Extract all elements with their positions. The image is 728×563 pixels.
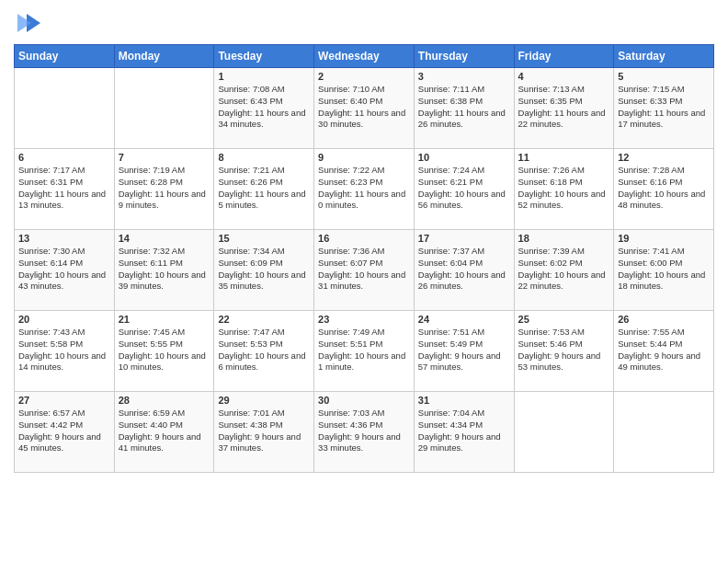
day-number: 2 <box>318 71 410 82</box>
day-cell: 30Sunrise: 7:03 AM Sunset: 4:36 PM Dayli… <box>314 392 415 473</box>
day-info: Sunrise: 7:34 AM Sunset: 6:09 PM Dayligh… <box>218 246 310 293</box>
day-cell: 26Sunrise: 7:55 AM Sunset: 5:44 PM Dayli… <box>614 311 714 392</box>
day-cell: 28Sunrise: 6:59 AM Sunset: 4:40 PM Dayli… <box>114 392 214 473</box>
day-cell: 22Sunrise: 7:47 AM Sunset: 5:53 PM Dayli… <box>214 311 314 392</box>
day-cell: 8Sunrise: 7:21 AM Sunset: 6:26 PM Daylig… <box>214 149 314 230</box>
weekday-sunday: Sunday <box>15 45 115 68</box>
day-info: Sunrise: 7:45 AM Sunset: 5:55 PM Dayligh… <box>119 327 210 373</box>
day-info: Sunrise: 7:32 AM Sunset: 6:11 PM Dayligh… <box>119 246 210 293</box>
day-number: 1 <box>218 71 310 82</box>
day-cell: 3Sunrise: 7:11 AM Sunset: 6:38 PM Daylig… <box>414 68 514 149</box>
day-cell <box>514 392 614 473</box>
day-number: 14 <box>119 233 210 244</box>
day-cell: 17Sunrise: 7:37 AM Sunset: 6:04 PM Dayli… <box>414 230 514 311</box>
page: SundayMondayTuesdayWednesdayThursdayFrid… <box>0 0 728 563</box>
day-number: 23 <box>318 314 410 325</box>
day-cell: 29Sunrise: 7:01 AM Sunset: 4:38 PM Dayli… <box>214 392 314 473</box>
day-number: 12 <box>618 152 710 163</box>
day-cell: 10Sunrise: 7:24 AM Sunset: 6:21 PM Dayli… <box>414 149 514 230</box>
day-number: 22 <box>218 314 310 325</box>
calendar-body: 1Sunrise: 7:08 AM Sunset: 6:43 PM Daylig… <box>15 68 714 473</box>
day-number: 29 <box>218 395 310 406</box>
day-info: Sunrise: 7:08 AM Sunset: 6:43 PM Dayligh… <box>218 84 310 131</box>
day-cell <box>114 68 214 149</box>
day-number: 25 <box>518 314 610 325</box>
day-cell: 19Sunrise: 7:41 AM Sunset: 6:00 PM Dayli… <box>614 230 714 311</box>
day-number: 4 <box>518 71 610 82</box>
day-cell: 16Sunrise: 7:36 AM Sunset: 6:07 PM Dayli… <box>314 230 415 311</box>
day-cell: 14Sunrise: 7:32 AM Sunset: 6:11 PM Dayli… <box>114 230 214 311</box>
day-info: Sunrise: 7:04 AM Sunset: 4:34 PM Dayligh… <box>418 408 510 454</box>
weekday-monday: Monday <box>114 45 214 68</box>
day-number: 7 <box>119 152 210 163</box>
day-cell: 6Sunrise: 7:17 AM Sunset: 6:31 PM Daylig… <box>15 149 115 230</box>
day-info: Sunrise: 7:36 AM Sunset: 6:07 PM Dayligh… <box>318 246 410 293</box>
day-number: 10 <box>418 152 510 163</box>
day-cell: 11Sunrise: 7:26 AM Sunset: 6:18 PM Dayli… <box>514 149 614 230</box>
day-info: Sunrise: 7:19 AM Sunset: 6:28 PM Dayligh… <box>119 165 210 212</box>
week-row-1: 1Sunrise: 7:08 AM Sunset: 6:43 PM Daylig… <box>15 68 714 149</box>
day-cell: 4Sunrise: 7:13 AM Sunset: 6:35 PM Daylig… <box>514 68 614 149</box>
day-number: 17 <box>418 233 510 244</box>
day-cell: 1Sunrise: 7:08 AM Sunset: 6:43 PM Daylig… <box>214 68 314 149</box>
day-cell: 15Sunrise: 7:34 AM Sunset: 6:09 PM Dayli… <box>214 230 314 311</box>
day-number: 13 <box>18 233 110 244</box>
day-info: Sunrise: 7:15 AM Sunset: 6:33 PM Dayligh… <box>618 84 710 131</box>
day-info: Sunrise: 7:37 AM Sunset: 6:04 PM Dayligh… <box>418 246 510 293</box>
weekday-saturday: Saturday <box>614 45 714 68</box>
day-number: 19 <box>618 233 710 244</box>
day-number: 28 <box>119 395 210 406</box>
day-cell: 27Sunrise: 6:57 AM Sunset: 4:42 PM Dayli… <box>15 392 115 473</box>
day-number: 15 <box>218 233 310 244</box>
week-row-2: 6Sunrise: 7:17 AM Sunset: 6:31 PM Daylig… <box>15 149 714 230</box>
logo <box>14 9 45 37</box>
day-cell <box>614 392 714 473</box>
day-number: 26 <box>618 314 710 325</box>
day-number: 6 <box>18 152 110 163</box>
day-info: Sunrise: 7:01 AM Sunset: 4:38 PM Dayligh… <box>218 408 310 454</box>
day-number: 30 <box>318 395 410 406</box>
day-cell: 23Sunrise: 7:49 AM Sunset: 5:51 PM Dayli… <box>314 311 415 392</box>
day-cell: 21Sunrise: 7:45 AM Sunset: 5:55 PM Dayli… <box>114 311 214 392</box>
day-number: 24 <box>418 314 510 325</box>
day-cell: 5Sunrise: 7:15 AM Sunset: 6:33 PM Daylig… <box>614 68 714 149</box>
day-cell: 20Sunrise: 7:43 AM Sunset: 5:58 PM Dayli… <box>15 311 115 392</box>
calendar: SundayMondayTuesdayWednesdayThursdayFrid… <box>14 44 714 473</box>
day-info: Sunrise: 7:49 AM Sunset: 5:51 PM Dayligh… <box>318 327 410 373</box>
day-cell: 12Sunrise: 7:28 AM Sunset: 6:16 PM Dayli… <box>614 149 714 230</box>
day-info: Sunrise: 7:03 AM Sunset: 4:36 PM Dayligh… <box>318 408 410 454</box>
week-row-3: 13Sunrise: 7:30 AM Sunset: 6:14 PM Dayli… <box>15 230 714 311</box>
day-info: Sunrise: 7:21 AM Sunset: 6:26 PM Dayligh… <box>218 165 310 212</box>
calendar-header: SundayMondayTuesdayWednesdayThursdayFrid… <box>15 45 714 68</box>
day-cell: 13Sunrise: 7:30 AM Sunset: 6:14 PM Dayli… <box>15 230 115 311</box>
day-cell: 24Sunrise: 7:51 AM Sunset: 5:49 PM Dayli… <box>414 311 514 392</box>
day-number: 8 <box>218 152 310 163</box>
day-info: Sunrise: 7:26 AM Sunset: 6:18 PM Dayligh… <box>518 165 610 212</box>
day-number: 20 <box>18 314 110 325</box>
day-info: Sunrise: 7:39 AM Sunset: 6:02 PM Dayligh… <box>518 246 610 293</box>
day-number: 21 <box>119 314 210 325</box>
weekday-tuesday: Tuesday <box>214 45 314 68</box>
day-cell: 2Sunrise: 7:10 AM Sunset: 6:40 PM Daylig… <box>314 68 415 149</box>
week-row-5: 27Sunrise: 6:57 AM Sunset: 4:42 PM Dayli… <box>15 392 714 473</box>
day-info: Sunrise: 7:43 AM Sunset: 5:58 PM Dayligh… <box>18 327 110 373</box>
day-info: Sunrise: 6:59 AM Sunset: 4:40 PM Dayligh… <box>119 408 210 454</box>
logo-icon <box>17 9 45 37</box>
day-number: 27 <box>18 395 110 406</box>
day-info: Sunrise: 7:41 AM Sunset: 6:00 PM Dayligh… <box>618 246 710 293</box>
day-info: Sunrise: 7:47 AM Sunset: 5:53 PM Dayligh… <box>218 327 310 373</box>
day-cell: 18Sunrise: 7:39 AM Sunset: 6:02 PM Dayli… <box>514 230 614 311</box>
day-info: Sunrise: 7:22 AM Sunset: 6:23 PM Dayligh… <box>318 165 410 212</box>
day-info: Sunrise: 7:51 AM Sunset: 5:49 PM Dayligh… <box>418 327 510 373</box>
day-info: Sunrise: 7:10 AM Sunset: 6:40 PM Dayligh… <box>318 84 410 131</box>
day-info: Sunrise: 7:17 AM Sunset: 6:31 PM Dayligh… <box>18 165 110 212</box>
day-cell: 9Sunrise: 7:22 AM Sunset: 6:23 PM Daylig… <box>314 149 415 230</box>
day-info: Sunrise: 7:53 AM Sunset: 5:46 PM Dayligh… <box>518 327 610 373</box>
day-info: Sunrise: 7:24 AM Sunset: 6:21 PM Dayligh… <box>418 165 510 212</box>
weekday-friday: Friday <box>514 45 614 68</box>
day-cell: 31Sunrise: 7:04 AM Sunset: 4:34 PM Dayli… <box>414 392 514 473</box>
day-info: Sunrise: 7:11 AM Sunset: 6:38 PM Dayligh… <box>418 84 510 131</box>
day-number: 5 <box>618 71 710 82</box>
day-info: Sunrise: 7:28 AM Sunset: 6:16 PM Dayligh… <box>618 165 710 212</box>
weekday-wednesday: Wednesday <box>314 45 415 68</box>
